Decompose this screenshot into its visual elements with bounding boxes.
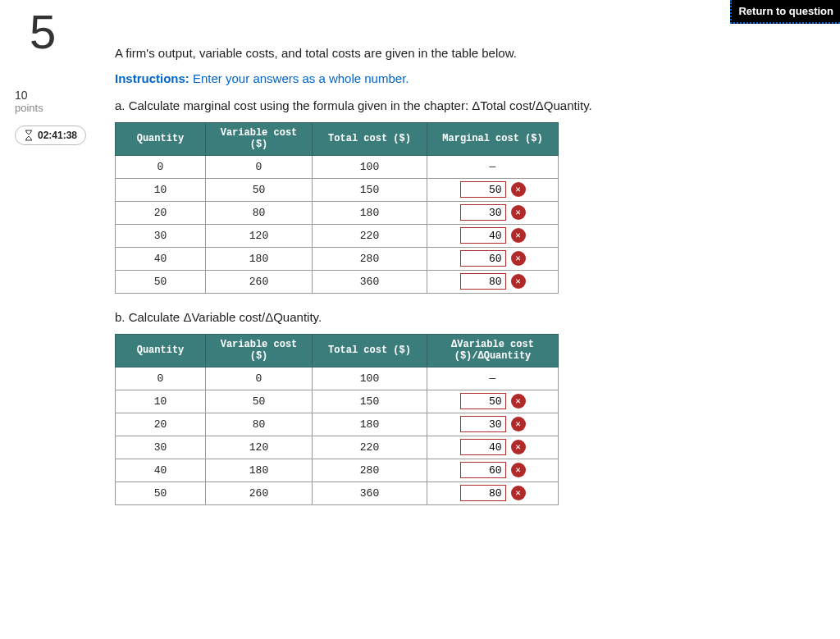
table-a-header: Total cost ($) bbox=[313, 123, 427, 156]
no-value: — bbox=[490, 161, 496, 173]
answer-cell: ✕ bbox=[427, 201, 559, 224]
table-b-header: ΔVariable cost($)/ΔQuantity bbox=[427, 334, 559, 367]
cell: 150 bbox=[313, 390, 427, 413]
cell: 260 bbox=[206, 482, 313, 504]
cell: 100 bbox=[313, 367, 427, 390]
cell: 180 bbox=[313, 201, 427, 224]
cell: 0 bbox=[116, 155, 206, 178]
wrong-icon: ✕ bbox=[511, 182, 526, 197]
answer-input[interactable] bbox=[460, 204, 506, 221]
table-row: 30120220✕ bbox=[116, 224, 559, 247]
intro-text: A firm's output, variable costs, and tot… bbox=[115, 46, 788, 60]
table-a-header: Variable cost($) bbox=[206, 123, 313, 156]
cell: 360 bbox=[313, 482, 427, 504]
cell: 0 bbox=[206, 155, 313, 178]
answer-input[interactable] bbox=[460, 181, 506, 198]
timer-badge: 02:41:38 bbox=[15, 126, 86, 145]
cell: 180 bbox=[206, 247, 313, 270]
sidebar: 5 10 points 02:41:38 bbox=[0, 8, 107, 145]
cell: 50 bbox=[206, 390, 313, 413]
cell: 50 bbox=[206, 178, 313, 201]
answer-input[interactable] bbox=[460, 393, 506, 409]
cell: 80 bbox=[206, 201, 313, 224]
points-label: points bbox=[15, 102, 107, 114]
answer-input[interactable] bbox=[460, 462, 506, 478]
table-row: 50260360✕ bbox=[116, 270, 559, 293]
question-number: 5 bbox=[30, 8, 107, 56]
table-b-header: Variable cost($) bbox=[206, 334, 313, 367]
cell: 40 bbox=[116, 459, 206, 482]
timer-text: 02:41:38 bbox=[38, 130, 77, 141]
answer-input[interactable] bbox=[460, 250, 506, 267]
instructions-label: Instructions: bbox=[115, 71, 189, 85]
answer-cell: — bbox=[427, 367, 559, 390]
answer-cell: ✕ bbox=[427, 390, 559, 413]
wrong-icon: ✕ bbox=[511, 228, 526, 243]
answer-cell: ✕ bbox=[427, 436, 559, 459]
table-row: 00100— bbox=[116, 155, 559, 178]
table-row: 1050150✕ bbox=[116, 178, 559, 201]
table-row: 2080180✕ bbox=[116, 413, 559, 436]
table-row: 50260360✕ bbox=[116, 482, 559, 504]
table-row: 30120220✕ bbox=[116, 436, 559, 459]
table-b-header: Total cost ($) bbox=[313, 334, 427, 367]
answer-cell: ✕ bbox=[427, 459, 559, 482]
cell: 40 bbox=[116, 247, 206, 270]
cell: 50 bbox=[116, 270, 206, 293]
cell: 150 bbox=[313, 178, 427, 201]
wrong-icon: ✕ bbox=[511, 463, 526, 477]
cell: 50 bbox=[116, 482, 206, 504]
cell: 0 bbox=[206, 367, 313, 390]
cell: 280 bbox=[313, 459, 427, 482]
cell: 220 bbox=[313, 224, 427, 247]
cell: 10 bbox=[116, 390, 206, 413]
table-row: 1050150✕ bbox=[116, 390, 559, 413]
wrong-icon: ✕ bbox=[511, 417, 526, 431]
instructions-text: Enter your answers as a whole number. bbox=[189, 71, 409, 85]
points-value: 10 bbox=[15, 89, 107, 102]
main-content: A firm's output, variable costs, and tot… bbox=[115, 46, 788, 522]
answer-input[interactable] bbox=[460, 416, 506, 432]
cell: 20 bbox=[116, 413, 206, 436]
answer-cell: ✕ bbox=[427, 247, 559, 270]
answer-cell: ✕ bbox=[427, 270, 559, 293]
wrong-icon: ✕ bbox=[511, 205, 526, 220]
table-row: 2080180✕ bbox=[116, 201, 559, 224]
instructions: Instructions: Enter your answers as a wh… bbox=[115, 71, 788, 85]
answer-cell: ✕ bbox=[427, 224, 559, 247]
cell: 20 bbox=[116, 201, 206, 224]
table-row: 40180280✕ bbox=[116, 459, 559, 482]
table-row: 00100— bbox=[116, 367, 559, 390]
table-b: QuantityVariable cost($)Total cost ($)ΔV… bbox=[115, 334, 559, 505]
cell: 120 bbox=[206, 436, 313, 459]
cell: 180 bbox=[206, 459, 313, 482]
cell: 360 bbox=[313, 270, 427, 293]
cell: 220 bbox=[313, 436, 427, 459]
cell: 100 bbox=[313, 155, 427, 178]
answer-cell: ✕ bbox=[427, 413, 559, 436]
cell: 30 bbox=[116, 436, 206, 459]
table-b-header: Quantity bbox=[116, 334, 206, 367]
wrong-icon: ✕ bbox=[511, 251, 526, 266]
cell: 180 bbox=[313, 413, 427, 436]
wrong-icon: ✕ bbox=[511, 274, 526, 289]
wrong-icon: ✕ bbox=[511, 394, 526, 409]
answer-cell: ✕ bbox=[427, 482, 559, 504]
cell: 120 bbox=[206, 224, 313, 247]
wrong-icon: ✕ bbox=[511, 486, 526, 500]
part-b-text: b. Calculate ΔVariable cost/ΔQuantity. bbox=[115, 310, 788, 324]
answer-cell: — bbox=[427, 155, 559, 178]
cell: 30 bbox=[116, 224, 206, 247]
answer-input[interactable] bbox=[460, 227, 506, 244]
part-a-text: a. Calculate marginal cost using the for… bbox=[115, 98, 788, 112]
table-row: 40180280✕ bbox=[116, 247, 559, 270]
return-to-question-button[interactable]: Return to question bbox=[730, 0, 840, 24]
answer-input[interactable] bbox=[460, 273, 506, 290]
answer-input[interactable] bbox=[460, 439, 506, 455]
answer-cell: ✕ bbox=[427, 178, 559, 201]
table-a-header: Quantity bbox=[116, 123, 206, 156]
cell: 80 bbox=[206, 413, 313, 436]
cell: 0 bbox=[116, 367, 206, 390]
answer-input[interactable] bbox=[460, 485, 506, 501]
cell: 260 bbox=[206, 270, 313, 293]
